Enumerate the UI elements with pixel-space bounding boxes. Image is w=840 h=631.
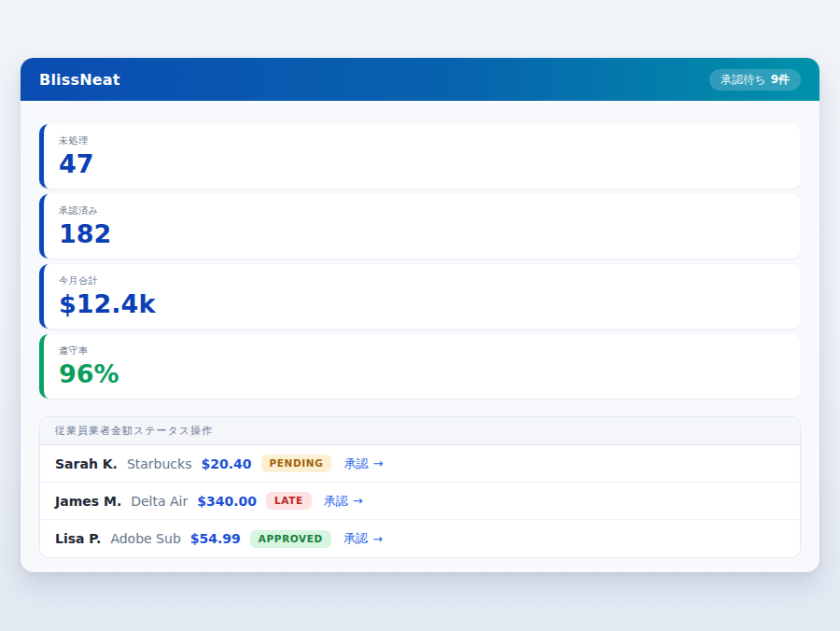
- stat-card-approved: 承認済み 182: [39, 194, 801, 259]
- page-background: BlissNeat 承認待ち 9件 未処理 47 承認済み 182 今月合計 $…: [0, 0, 840, 631]
- employee-name: Sarah K.: [55, 456, 118, 471]
- status-badge: PENDING: [261, 455, 332, 472]
- stat-value-approved: 182: [59, 221, 786, 247]
- app-card: BlissNeat 承認待ち 9件 未処理 47 承認済み 182 今月合計 $…: [21, 58, 819, 572]
- stat-card-month-total: 今月合計 $12.4k: [39, 264, 801, 329]
- table-row: James M. Delta Air $340.00 LATE 承認→: [40, 483, 800, 520]
- table-row: Lisa P. Adobe Sub $54.99 APPROVED 承認→: [40, 520, 800, 557]
- approve-link[interactable]: 承認→: [343, 530, 383, 547]
- approve-link-label: 承認: [324, 493, 348, 510]
- approve-link-label: 承認: [343, 456, 368, 472]
- vendor-name: Delta Air: [131, 494, 188, 509]
- stat-value-compliance-rate: 96%: [59, 361, 786, 387]
- stat-value-unprocessed: 47: [59, 151, 786, 177]
- app-title: BlissNeat: [39, 71, 120, 89]
- employee-name: James M.: [55, 494, 121, 509]
- vendor-name: Starbucks: [127, 456, 192, 471]
- stat-card-unprocessed: 未処理 47: [39, 124, 801, 189]
- approve-link[interactable]: 承認→: [324, 493, 363, 510]
- approve-link-label: 承認: [343, 530, 368, 547]
- pending-badge-count: 9件: [771, 73, 790, 87]
- amount: $340.00: [197, 494, 257, 509]
- app-header: BlissNeat 承認待ち 9件: [21, 58, 819, 101]
- stat-label-month-total: 今月合計: [59, 274, 786, 287]
- approve-link[interactable]: 承認→: [343, 456, 383, 472]
- card-body: 未処理 47 承認済み 182 今月合計 $12.4k 遵守率 96% 従業員業…: [21, 101, 819, 575]
- pending-badge-label: 承認待ち: [721, 73, 765, 87]
- column-header-employee: 従業員: [55, 425, 89, 437]
- column-header-status: ステータス: [133, 425, 190, 437]
- amount: $54.99: [190, 531, 241, 546]
- vendor-name: Adobe Sub: [110, 531, 180, 546]
- arrow-right-icon: →: [372, 456, 383, 470]
- employee-name: Lisa P.: [55, 531, 101, 546]
- stat-label-compliance-rate: 遵守率: [59, 344, 786, 358]
- column-header-amount: 金額: [111, 425, 133, 437]
- arrow-right-icon: →: [372, 532, 383, 546]
- stat-value-month-total: $12.4k: [59, 291, 786, 317]
- table-row: Sarah K. Starbucks $20.40 PENDING 承認→: [40, 445, 800, 483]
- status-badge: LATE: [266, 492, 312, 510]
- stat-card-compliance-rate: 遵守率 96%: [39, 334, 801, 399]
- stat-label-unprocessed: 未処理: [59, 134, 786, 147]
- column-header-vendor: 業者: [89, 425, 111, 437]
- column-header-action: 操作: [190, 425, 213, 437]
- status-badge: APPROVED: [250, 530, 331, 548]
- stat-label-approved: 承認済み: [59, 204, 786, 217]
- arrow-right-icon: →: [353, 494, 363, 508]
- amount: $20.40: [201, 456, 251, 471]
- table-header-row: 従業員業者金額ステータス操作: [40, 417, 800, 445]
- pending-count-badge: 承認待ち 9件: [709, 69, 801, 91]
- expense-table: 従業員業者金額ステータス操作 Sarah K. Starbucks $20.40…: [39, 416, 801, 558]
